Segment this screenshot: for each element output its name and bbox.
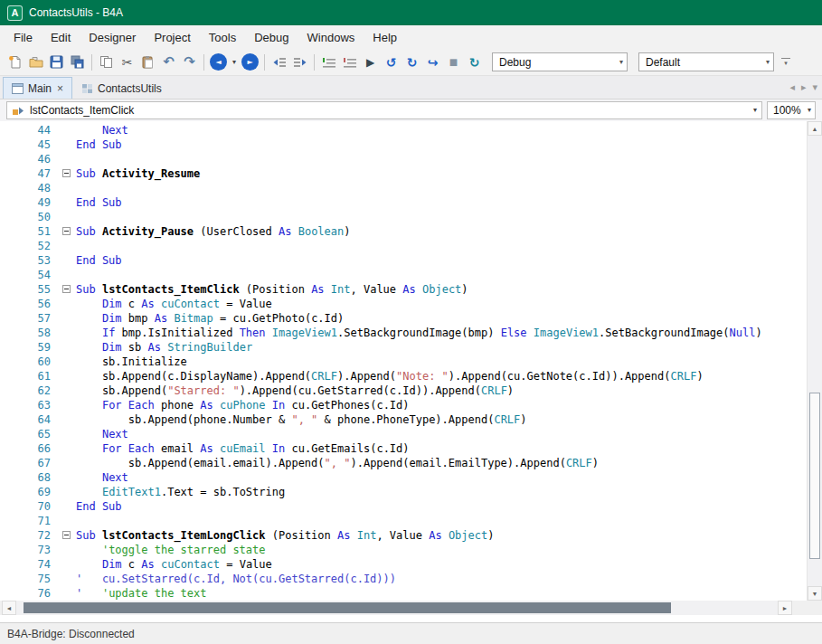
code-line-63[interactable]: 63 For Each phone As cuPhone In cu.GetPh… — [0, 398, 807, 412]
code-pane[interactable]: 44 Next45End Sub4647Sub Activity_Resume4… — [0, 121, 807, 601]
save-button[interactable] — [46, 52, 67, 73]
comment-button[interactable] — [318, 52, 339, 73]
tab-main[interactable]: Main × — [3, 77, 72, 99]
outdent-button[interactable] — [269, 52, 289, 73]
open-button[interactable] — [25, 52, 46, 73]
code-line-60[interactable]: 60 sb.Initialize — [0, 355, 807, 369]
horizontal-scrollbar[interactable]: ◄ ► — [2, 601, 792, 615]
fold-margin — [60, 210, 76, 224]
paste-icon — [141, 55, 155, 69]
code-line-44[interactable]: 44 Next — [0, 123, 807, 137]
save-all-button[interactable] — [67, 52, 88, 73]
menu-windows[interactable]: Windows — [298, 27, 364, 48]
compile-release-button[interactable]: ↻ — [402, 52, 422, 73]
code-line-61[interactable]: 61 sb.Append(c.DisplayName).Append(CRLF)… — [0, 369, 807, 384]
menu-designer[interactable]: Designer — [80, 27, 145, 48]
scroll-left-button[interactable]: ◄ — [2, 601, 16, 615]
tab-close-icon[interactable]: × — [57, 82, 63, 95]
toolbar-overflow-button[interactable]: ▾ — [779, 58, 792, 67]
tab-contactsutils[interactable]: ContactsUtils — [73, 78, 170, 99]
code-line-48[interactable]: 48 — [0, 181, 807, 195]
bottom-gap — [0, 615, 822, 622]
paste-button[interactable] — [137, 52, 158, 73]
code-line-49[interactable]: 49End Sub — [0, 195, 807, 210]
code-line-52[interactable]: 52 — [0, 239, 807, 253]
new-button[interactable] — [5, 52, 25, 73]
code-line-74[interactable]: 74 Dim c As cuContact = Value — [0, 557, 807, 572]
hscroll-row: ◄ ► — [0, 601, 822, 615]
resume-button[interactable]: ↪ — [422, 52, 443, 73]
vertical-scrollbar[interactable]: ▲ ▼ — [807, 121, 822, 601]
method-select[interactable]: lstContacts_ItemClick ▾ — [6, 101, 762, 119]
tab-list-icon[interactable]: ▾ — [812, 81, 817, 93]
code-text: ' 'update the text — [76, 586, 807, 601]
code-line-47[interactable]: 47Sub Activity_Resume — [0, 166, 807, 181]
code-line-72[interactable]: 72Sub lstContacts_ItemLongClick (Positio… — [0, 528, 807, 543]
code-line-54[interactable]: 54 — [0, 268, 807, 282]
vertical-scroll-thumb[interactable] — [809, 393, 820, 559]
code-line-45[interactable]: 45End Sub — [0, 137, 807, 152]
code-line-55[interactable]: 55Sub lstContacts_ItemClick (Position As… — [0, 282, 807, 297]
fold-collapse-icon[interactable] — [62, 169, 71, 177]
stop-button[interactable]: ■ — [443, 52, 464, 73]
vertical-scroll-track[interactable] — [808, 136, 822, 586]
code-text: sb.Initialize — [76, 355, 807, 369]
code-line-70[interactable]: 70End Sub — [0, 499, 807, 514]
navigate-back-button[interactable]: ◄ — [208, 52, 229, 73]
menu-tools[interactable]: Tools — [200, 27, 245, 48]
code-line-68[interactable]: 68 Next — [0, 470, 807, 485]
fold-margin — [60, 311, 76, 326]
fold-collapse-icon[interactable] — [62, 227, 71, 235]
navigate-forward-button[interactable]: ► — [240, 52, 260, 73]
code-line-50[interactable]: 50 — [0, 210, 807, 224]
uncomment-button[interactable] — [339, 52, 360, 73]
line-number: 62 — [0, 384, 60, 398]
code-line-65[interactable]: 65 Next — [0, 427, 807, 441]
code-line-67[interactable]: 67 sb.Append(email.email).Append(", ").A… — [0, 456, 807, 470]
code-line-69[interactable]: 69 EditText1.Text = sb.ToString — [0, 485, 807, 499]
copy-button[interactable] — [96, 52, 117, 73]
tab-scroll-right-icon[interactable]: ▸ — [801, 81, 807, 93]
scroll-up-button[interactable]: ▲ — [808, 121, 822, 136]
code-line-58[interactable]: 58 If bmp.IsInitialized Then ImageView1.… — [0, 326, 807, 340]
horizontal-scroll-thumb[interactable] — [24, 602, 671, 613]
navigate-back-dropdown[interactable]: ▾ — [229, 52, 240, 73]
horizontal-scroll-track[interactable] — [16, 601, 778, 615]
line-number: 74 — [0, 557, 60, 572]
indent-button[interactable] — [289, 52, 310, 73]
code-line-46[interactable]: 46 — [0, 152, 807, 166]
compile-debug-button[interactable]: ↺ — [381, 52, 402, 73]
code-line-75[interactable]: 75' cu.SetStarred(c.Id, Not(cu.GetStarre… — [0, 572, 807, 586]
undo-button[interactable]: ↶ — [158, 52, 179, 73]
code-line-66[interactable]: 66 For Each email As cuEmail In cu.GetEm… — [0, 441, 807, 456]
menu-help[interactable]: Help — [364, 27, 406, 48]
run-icon: ▶ — [366, 57, 374, 68]
run-button[interactable]: ▶ — [360, 52, 381, 73]
fold-collapse-icon[interactable] — [62, 531, 71, 539]
debug-mode-select[interactable]: Debug ▾ — [492, 52, 628, 71]
code-line-64[interactable]: 64 sb.Append(phone.Number & ", " & phone… — [0, 412, 807, 427]
build-config-select[interactable]: Default ▾ — [638, 52, 774, 71]
code-line-53[interactable]: 53End Sub — [0, 253, 807, 268]
redo-button[interactable]: ↷ — [179, 52, 200, 73]
cut-button[interactable]: ✂ — [117, 52, 137, 73]
code-line-56[interactable]: 56 Dim c As cuContact = Value — [0, 297, 807, 311]
scroll-right-button[interactable]: ► — [778, 601, 792, 615]
code-line-59[interactable]: 59 Dim sb As StringBuilder — [0, 340, 807, 355]
code-line-57[interactable]: 57 Dim bmp As Bitmap = cu.GetPhoto(c.Id) — [0, 311, 807, 326]
code-line-71[interactable]: 71 — [0, 514, 807, 528]
menu-project[interactable]: Project — [145, 27, 199, 48]
code-line-62[interactable]: 62 sb.Append("Starred: ").Append(cu.GetS… — [0, 384, 807, 398]
scroll-down-button[interactable]: ▼ — [808, 586, 822, 601]
chevron-down-icon: ▾ — [808, 107, 811, 114]
menu-edit[interactable]: Edit — [42, 27, 80, 48]
code-line-76[interactable]: 76' 'update the text — [0, 586, 807, 601]
code-line-51[interactable]: 51Sub Activity_Pause (UserClosed As Bool… — [0, 224, 807, 239]
menu-debug[interactable]: Debug — [245, 27, 298, 48]
code-line-73[interactable]: 73 'toggle the starred state — [0, 543, 807, 557]
tab-scroll-left-icon[interactable]: ◂ — [789, 81, 795, 93]
fold-collapse-icon[interactable] — [62, 285, 71, 293]
menu-file[interactable]: File — [5, 27, 42, 48]
clean-rebuild-button[interactable]: ↻ — [464, 52, 485, 73]
zoom-select[interactable]: 100% ▾ — [767, 101, 816, 119]
